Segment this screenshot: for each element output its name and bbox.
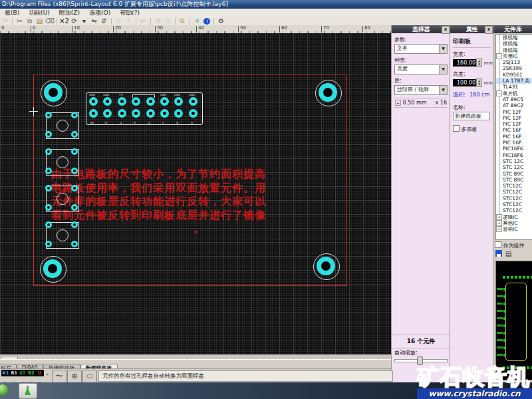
- tree-item[interactable]: -单片机: [496, 90, 532, 96]
- close-icon[interactable]: x: [485, 26, 493, 34]
- tree-item[interactable]: STC 89C: [496, 171, 532, 177]
- connector-pad[interactable]: [89, 109, 98, 118]
- connector-pad[interactable]: [189, 109, 198, 118]
- tree-item[interactable]: AT 89C2: [496, 102, 532, 108]
- expand-icon[interactable]: +: [496, 220, 502, 226]
- tree-item[interactable]: +音响IC: [496, 226, 532, 232]
- component-tree[interactable]: 接线端接线端接线端-常用IC2SJ1132SK399KD9561LA 1787 …: [495, 34, 532, 240]
- stamp-icon[interactable]: ▤: [505, 250, 511, 257]
- connector-pad[interactable]: [174, 97, 183, 106]
- tree-item[interactable]: -常用IC: [496, 53, 532, 59]
- tree-item[interactable]: PIC 12F: [496, 115, 532, 121]
- layer-combobox[interactable]: 丝印层 / 轮廓 ▼: [394, 85, 448, 95]
- connector-pad[interactable]: [146, 97, 155, 106]
- tree-item[interactable]: 2SK399: [496, 65, 532, 71]
- start-orb-icon[interactable]: [0, 384, 8, 395]
- connector-pad[interactable]: [103, 109, 112, 118]
- tree-item[interactable]: PIC 16F: [496, 134, 532, 140]
- mounting-hole[interactable]: [315, 80, 342, 106]
- tree-item[interactable]: 接线端: [496, 35, 532, 41]
- more-arrow-icon[interactable]: »: [46, 372, 49, 377]
- expand-icon[interactable]: +: [496, 226, 502, 232]
- layer-button[interactable]: K2: [19, 370, 27, 376]
- save-icon[interactable]: [495, 250, 502, 257]
- height-input[interactable]: 100.00: [453, 79, 476, 86]
- layer-button[interactable]: B1: [10, 370, 19, 376]
- tree-item[interactable]: STC12C: [496, 183, 532, 189]
- tree-item[interactable]: PIC 12F: [496, 109, 532, 115]
- selector-result-row[interactable]: + 0.50 mm x 16: [394, 98, 448, 108]
- layer-indicator[interactable]: K1B1K2B2U: [1, 370, 44, 376]
- tree-item[interactable]: PIC16F6: [496, 146, 532, 152]
- chevron-down-icon[interactable]: ▼: [439, 86, 447, 94]
- paste-icon[interactable]: ▤: [35, 17, 45, 25]
- tree-item[interactable]: +逻辑IC: [496, 214, 532, 220]
- expand-icon[interactable]: +: [395, 100, 401, 106]
- rotate-icon[interactable]: ⟳: [69, 17, 79, 25]
- pushbutton-footprint[interactable]: [46, 186, 79, 212]
- stepper-icon[interactable]: ▲▼: [476, 59, 482, 67]
- tree-item[interactable]: STC 12C: [496, 158, 532, 164]
- menu-item[interactable]: 功能(U): [24, 9, 55, 17]
- cut-icon[interactable]: ✂: [15, 17, 25, 25]
- flip-horizontal-icon[interactable]: ⇋: [89, 17, 99, 25]
- board-name-input[interactable]: 新建线路板: [453, 112, 490, 120]
- tree-item[interactable]: PIC16F6: [496, 152, 532, 158]
- layer-button[interactable]: U: [35, 370, 44, 376]
- pad-tool-button[interactable]: ⊕: [67, 370, 82, 383]
- taskbar-app-button[interactable]: [19, 383, 37, 399]
- menu-item[interactable]: 选项(O): [84, 9, 115, 17]
- mounting-hole[interactable]: [313, 253, 340, 280]
- silkscreen-note-text[interactable]: 由于电路板的尺寸较小，为了节约面积提高电路板使用率，我们采用双面放置元件。用元件…: [51, 168, 346, 236]
- pushbutton-footprint[interactable]: [46, 222, 79, 249]
- tree-item[interactable]: 接线端: [496, 47, 532, 53]
- chevron-down-icon[interactable]: ▼: [439, 45, 447, 53]
- connector-pad[interactable]: [103, 97, 112, 106]
- tree-item[interactable]: STC12C: [496, 189, 532, 195]
- chevron-down-icon[interactable]: ▼: [439, 65, 447, 74]
- connector-pad[interactable]: [146, 109, 155, 118]
- tree-item[interactable]: KD9561: [496, 72, 532, 78]
- tree-item[interactable]: STC 89C: [496, 177, 532, 183]
- collapse-icon[interactable]: -: [496, 53, 502, 59]
- connector-pad[interactable]: [174, 109, 183, 118]
- param-combobox[interactable]: 文本 ▼: [394, 44, 448, 54]
- as-component-checkbox[interactable]: [495, 241, 501, 248]
- title-bar[interactable]: D:\Program Files (x86)\Sprint-Layout 6.0…: [0, 0, 532, 9]
- rotate-dropdown-icon[interactable]: ▾: [79, 17, 89, 25]
- copy-icon[interactable]: ⧉: [25, 17, 35, 25]
- collapse-icon[interactable]: -: [496, 90, 502, 96]
- pushbutton-footprint[interactable]: [46, 112, 79, 139]
- corner-icon[interactable]: ⌐: [138, 17, 148, 25]
- kind-combobox[interactable]: 高度 ▼: [394, 65, 448, 74]
- pcb-canvas[interactable]: GNDSKGNDLT+5GRDGNDCGNDBGNDA 由于电路板的尺寸较小，为…: [0, 33, 391, 354]
- delete-icon[interactable]: ⌫: [45, 17, 55, 25]
- flip-vertical-icon[interactable]: ⇵: [99, 17, 109, 25]
- expand-icon[interactable]: +: [496, 214, 502, 220]
- connector-pad[interactable]: [89, 97, 98, 106]
- connector-pad[interactable]: [118, 97, 126, 106]
- track-tool-button[interactable]: 〜: [52, 370, 66, 383]
- info-icon[interactable]: i: [203, 18, 210, 25]
- connector-pad[interactable]: [132, 97, 140, 106]
- tree-item[interactable]: AT 89C5: [496, 96, 532, 102]
- layer-button[interactable]: K1: [1, 370, 10, 376]
- mounting-hole[interactable]: [40, 256, 66, 283]
- library-panel-title[interactable]: 元件库: [493, 25, 532, 33]
- tree-item[interactable]: TL431: [496, 84, 532, 90]
- connector-pad[interactable]: [189, 97, 198, 106]
- menu-item[interactable]: 板(B): [0, 9, 24, 17]
- width-input[interactable]: 160.00: [453, 59, 476, 66]
- tree-item[interactable]: 2SJ113: [496, 59, 532, 65]
- layer-button[interactable]: B2: [27, 370, 35, 376]
- connector-pad[interactable]: [160, 97, 169, 106]
- test-tool-button[interactable]: ⬭: [82, 370, 97, 383]
- board-outline[interactable]: GNDSKGNDLT+5GRDGNDCGNDBGNDA 由于电路板的尺寸较小，为…: [33, 74, 347, 286]
- tree-item[interactable]: PIC 16F: [496, 127, 532, 133]
- connector-pad[interactable]: [118, 109, 126, 118]
- close-icon[interactable]: x: [442, 26, 450, 34]
- menu-item[interactable]: 帮助(?): [115, 9, 144, 17]
- stepper-icon[interactable]: ▲▼: [476, 78, 482, 87]
- tree-item[interactable]: STC12C: [496, 207, 532, 213]
- mounting-hole[interactable]: [41, 80, 67, 106]
